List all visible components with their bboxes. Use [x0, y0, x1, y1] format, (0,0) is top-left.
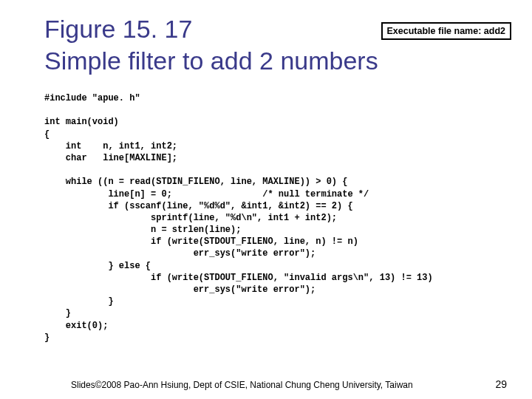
title-row: Figure 15. 17 Simple filter to add 2 num…: [44, 13, 511, 76]
slide-title: Figure 15. 17 Simple filter to add 2 num…: [44, 13, 378, 76]
title-line-1: Figure 15. 17: [44, 15, 192, 43]
code-block: #include "apue. h" int main(void) { int …: [44, 92, 511, 344]
slide: Figure 15. 17 Simple filter to add 2 num…: [0, 0, 532, 399]
footer-text: Slides©2008 Pao-Ann Hsiung, Dept of CSIE…: [71, 380, 413, 390]
executable-badge: Executable file name: add2: [381, 22, 511, 40]
footer: Slides©2008 Pao-Ann Hsiung, Dept of CSIE…: [0, 378, 532, 390]
page-number: 29: [495, 378, 507, 390]
title-line-2: Simple filter to add 2 numbers: [44, 47, 378, 75]
